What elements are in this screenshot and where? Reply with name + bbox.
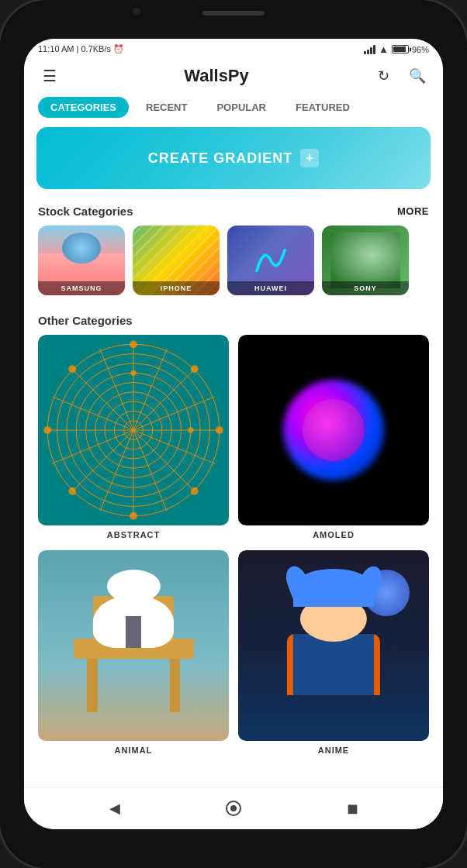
svg-point-24: [68, 365, 76, 373]
status-network: 0.7KB/s: [81, 44, 111, 53]
svg-point-20: [43, 426, 51, 434]
wifi-icon: ▲: [379, 43, 389, 55]
tab-recent[interactable]: RECENT: [133, 97, 199, 118]
amoled-label: AMOLED: [313, 525, 355, 541]
abstract-label: ABSTRACT: [107, 525, 161, 541]
abstract-svg: [38, 335, 229, 525]
svg-point-18: [216, 426, 223, 434]
banner-label: CREATE GRADIENT: [148, 150, 293, 167]
stock-card-huawei[interactable]: HUAWEI: [227, 226, 314, 295]
back-button[interactable]: ◀: [101, 794, 129, 822]
tab-bar: CATEGORIES RECENT POPULAR FEATURED: [24, 94, 443, 127]
stock-card-iphone[interactable]: IPHONE: [133, 226, 220, 295]
nav-bar: ◀ ◼: [24, 787, 443, 829]
amoled-image: [238, 335, 429, 525]
status-bar: 11:10 AM | 0.7KB/s ⏰ ▲ 96%: [24, 39, 443, 58]
status-indicators: ▲ 96%: [364, 43, 429, 55]
svg-point-26: [188, 427, 193, 432]
stock-card-samsung[interactable]: SAMSUNG: [38, 226, 125, 295]
abstract-image: [38, 335, 229, 525]
stock-categories-row: SAMSUNG IPHONE HUAWEI: [24, 226, 443, 311]
svg-point-17: [130, 340, 137, 348]
category-card-animal[interactable]: ANIMAL: [38, 550, 229, 756]
iphone-label: IPHONE: [133, 281, 220, 295]
stock-section-header: Stock Categories MORE: [24, 202, 443, 226]
stock-section-title: Stock Categories: [38, 205, 133, 218]
speaker-notch: [202, 11, 265, 16]
animal-label: ANIMAL: [115, 741, 153, 756]
tab-popular[interactable]: POPULAR: [204, 97, 278, 118]
home-circle-icon: [225, 800, 242, 817]
tab-categories[interactable]: CATEGORIES: [38, 97, 129, 118]
anime-image: [238, 550, 429, 741]
app-bar-icons: ↻ 🔍: [372, 64, 429, 88]
banner-text: CREATE GRADIENT +: [148, 149, 320, 167]
app-title: WallsPy: [184, 66, 249, 86]
svg-point-23: [68, 487, 76, 495]
front-camera: [133, 8, 140, 16]
create-gradient-banner[interactable]: CREATE GRADIENT +: [36, 127, 431, 189]
plus-icon: +: [300, 149, 319, 167]
sony-label: SONY: [322, 281, 409, 295]
app-bar: ☰ WallsPy ↻ 🔍: [24, 58, 443, 94]
category-card-anime[interactable]: ANIME: [238, 550, 429, 756]
category-card-abstract[interactable]: ABSTRACT: [38, 335, 229, 541]
refresh-button[interactable]: ↻: [372, 64, 395, 88]
status-icons-text: ⏰: [113, 44, 124, 53]
category-card-amoled[interactable]: AMOLED: [238, 335, 429, 541]
status-time-network: 11:10 AM | 0.7KB/s ⏰: [38, 44, 124, 54]
svg-point-21: [191, 365, 199, 373]
stock-card-sony[interactable]: SONY: [322, 226, 409, 295]
svg-point-19: [130, 512, 137, 520]
search-button[interactable]: 🔍: [406, 64, 429, 88]
huawei-label: HUAWEI: [227, 281, 314, 295]
home-button[interactable]: [220, 794, 247, 822]
other-section-title: Other Categories: [38, 314, 133, 327]
svg-point-28: [230, 805, 237, 811]
other-categories-grid: ABSTRACT AMOLED: [24, 335, 443, 769]
phone-frame: 11:10 AM | 0.7KB/s ⏰ ▲ 96%: [0, 0, 467, 868]
animal-image: [38, 550, 229, 741]
battery-percent: 96%: [412, 45, 429, 54]
anime-label: ANIME: [318, 741, 349, 756]
svg-point-25: [130, 370, 136, 376]
other-section-header: Other Categories: [24, 311, 443, 335]
samsung-label: SAMSUNG: [38, 281, 125, 295]
svg-point-22: [191, 487, 199, 495]
tab-featured[interactable]: FEATURED: [283, 97, 362, 118]
signal-icon: [364, 45, 375, 54]
phone-screen: 11:10 AM | 0.7KB/s ⏰ ▲ 96%: [24, 39, 443, 829]
battery-icon: [392, 45, 409, 53]
stock-more-link[interactable]: MORE: [397, 205, 429, 217]
scroll-content: CREATE GRADIENT + Stock Categories MORE …: [24, 127, 443, 829]
huawei-wave-svg: [250, 243, 292, 278]
menu-button[interactable]: ☰: [38, 64, 61, 88]
status-time: 11:10 AM: [38, 44, 74, 53]
recent-button[interactable]: ◼: [338, 794, 366, 822]
